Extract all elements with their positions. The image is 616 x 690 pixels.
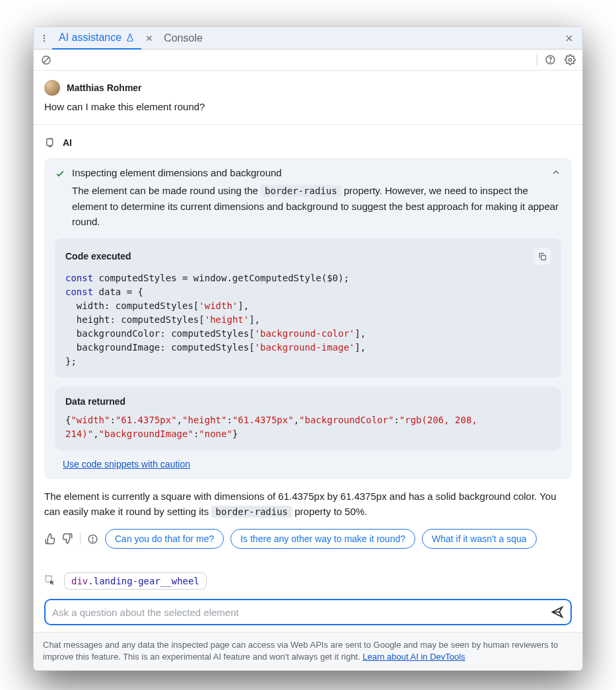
send-icon[interactable] [551,605,564,619]
tab-label: AI assistance [59,32,121,44]
data-returned-block: {"width":"61.4375px","height":"61.4375px… [65,413,551,441]
help-icon[interactable] [543,53,557,67]
inline-code: border-radius [261,185,341,197]
settings-icon[interactable] [563,53,577,67]
divider [34,124,582,125]
suggestion-chip[interactable]: Is there any other way to make it round? [230,529,415,549]
svg-point-2 [44,40,45,41]
check-icon [55,168,65,179]
input-box [44,599,572,625]
code-executed-title: Code executed [65,251,131,261]
data-returned-title: Data returned [65,396,125,407]
select-element-icon[interactable] [44,574,57,588]
tab-bar: AI assistance Console [34,27,582,50]
suggestion-chip[interactable]: Can you do that for me? [105,529,224,549]
tab-ai-assistance[interactable]: AI assistance [52,27,141,50]
svg-rect-8 [541,255,545,259]
user-message: How can I make this element round? [44,101,572,112]
thumbs-up-icon[interactable] [44,533,56,545]
input-wrap [34,595,582,632]
inspect-title: Inspecting element dimensions and backgr… [72,167,282,178]
clear-icon[interactable] [39,53,53,67]
svg-point-5 [549,61,550,62]
suggestion-chips: Can you do that for me? Is there any oth… [105,529,537,549]
svg-point-1 [44,37,45,38]
inspect-step-box: Inspecting element dimensions and backgr… [44,158,572,479]
feedback-row: Can you do that for me? Is there any oth… [44,529,572,549]
inspect-body: The element can be made round using the … [72,183,561,229]
tab-console[interactable]: Console [157,27,209,50]
footer-link[interactable]: Learn about AI in DevTools [362,652,465,662]
svg-point-6 [568,58,571,61]
tab-label: Console [164,32,203,44]
code-executed-block: const computedStyles = window.getCompute… [65,271,551,368]
svg-point-0 [44,34,45,36]
report-icon[interactable] [87,534,98,545]
chevron-up-icon[interactable] [551,167,561,178]
text: The element can be made round using the [72,185,261,196]
svg-point-10 [92,541,93,541]
prompt-input[interactable] [52,607,545,618]
ai-sparkle-icon [44,137,56,149]
chat-content: Matthias Rohmer How can I make this elem… [34,71,582,558]
user-name: Matthias Rohmer [67,83,142,93]
close-panel-icon[interactable] [561,30,577,46]
flask-icon [125,33,135,42]
element-class: .landing-gear__wheel [88,576,199,586]
ai-conclusion: The element is currently a square with d… [44,489,572,520]
context-element-chip[interactable]: div.landing-gear__wheel [64,572,207,590]
footer-text: Chat messages and any data the inspected… [43,640,558,662]
text: property to 50%. [294,506,367,517]
code-executed-card: Code executed const computedStyles = win… [55,238,561,378]
data-returned-card: Data returned {"width":"61.4375px","heig… [55,387,561,450]
thumbs-down-icon[interactable] [61,533,73,545]
caution-link[interactable]: Use code snippets with caution [63,459,190,469]
context-row: div.landing-gear__wheel [34,558,582,595]
toolbar-divider [537,54,537,66]
more-tabs-icon[interactable] [36,30,52,46]
suggestion-chip[interactable]: What if it wasn't a squa [422,529,537,549]
close-tab-icon[interactable] [141,34,157,42]
toolbar [34,50,582,71]
inline-code: border-radius [211,506,292,518]
feedback-divider [80,533,81,545]
svg-rect-7 [47,139,53,146]
caution-link-wrap: Use code snippets with caution [63,458,561,470]
copy-icon[interactable] [533,248,551,265]
ai-label: AI [63,137,72,148]
element-tag: div [71,576,88,586]
disclaimer-footer: Chat messages and any data the inspected… [34,632,582,670]
avatar [44,80,60,96]
ai-assistance-panel: AI assistance Console [33,26,583,671]
user-header: Matthias Rohmer [44,80,572,96]
ai-header: AI [44,137,572,149]
